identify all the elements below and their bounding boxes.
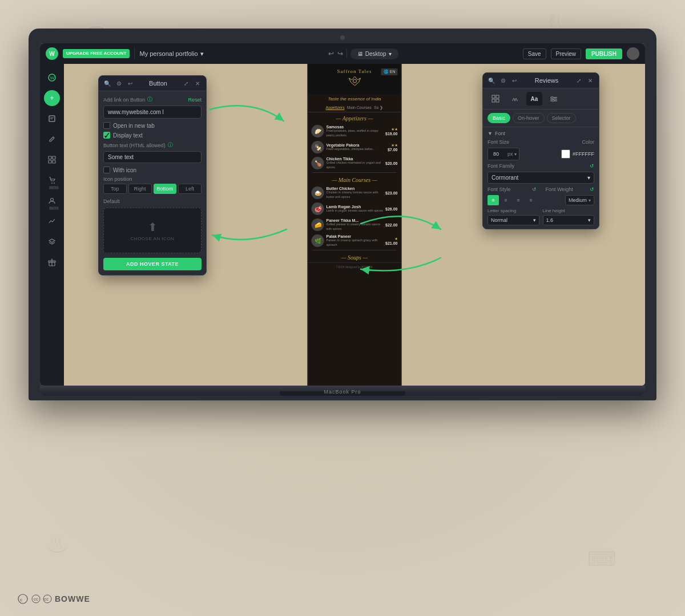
bottom-brand: c cc cc BOWWE [17, 593, 90, 605]
preview-nav[interactable]: Appetizers Main Courses So ❯ [308, 104, 401, 112]
sidebar-edit-icon[interactable] [44, 131, 60, 147]
button-text-info: ⓘ [168, 141, 173, 149]
weight-chevron: ▾ [589, 198, 591, 203]
preview-tagline: Taste the essence of India [308, 94, 401, 104]
chevron-down-icon: ▾ [200, 50, 204, 58]
with-icon-checkbox[interactable] [103, 167, 110, 173]
line-height-selector[interactable]: 1.6 ▾ [543, 215, 595, 225]
letter-spacing-label: Letter spacing [487, 208, 539, 213]
position-top[interactable]: Top [103, 184, 127, 194]
type-selector-button[interactable]: Selector [547, 113, 576, 123]
icon-upload-area[interactable]: ⬆ CHOOSE AN ICON [103, 208, 202, 253]
align-left[interactable]: ≡ [487, 195, 499, 205]
svg-rect-3 [50, 117, 54, 118]
section-divider-1 [313, 172, 397, 173]
weight-reset[interactable]: ↺ [590, 187, 594, 192]
upgrade-button[interactable]: UPGRADE FREE ACCOUNT [63, 49, 130, 58]
link-label: Add link on Button ⓘ Reset [103, 96, 202, 103]
reset-button[interactable]: Reset [188, 97, 202, 103]
panel-settings-icon[interactable]: ⚙ [115, 79, 123, 87]
preview-logo-icon [313, 75, 397, 88]
type-basic-button[interactable]: Basic [487, 113, 510, 123]
font-family-reset[interactable]: ↺ [590, 163, 594, 169]
reviews-maximize-icon[interactable]: ⤢ [575, 76, 583, 84]
save-button[interactable]: Save [523, 48, 546, 59]
topbar-right: Save Preview PUBLISH [523, 47, 639, 60]
site-name[interactable]: My personal portfolio ▾ [139, 50, 203, 58]
sidebar-pages-icon[interactable] [44, 111, 60, 127]
reviews-tab-settings[interactable] [546, 92, 562, 106]
reviews-tab-layout[interactable] [487, 92, 503, 106]
panel-maximize-icon[interactable]: ⤢ [182, 79, 190, 87]
publish-button[interactable]: PUBLISH [586, 48, 622, 59]
sidebar-gift-icon[interactable] [44, 254, 60, 270]
color-preview[interactable] [561, 149, 570, 159]
position-bottom[interactable]: Bottom [154, 184, 177, 194]
topbar-sep [346, 49, 347, 58]
tikka-info: Chicken Tikka Grilled chicken marinated … [327, 157, 384, 169]
reviews-back-icon[interactable]: ↩ [510, 76, 518, 84]
svg-text:cc: cc [34, 597, 38, 602]
nav-item-appetizers[interactable]: Appetizers [326, 106, 345, 110]
letter-spacing-selector[interactable]: Normal ▾ [487, 215, 539, 225]
panel-title: Button [138, 80, 179, 87]
font-family-selector[interactable]: Cormorant ▾ [487, 172, 594, 184]
line-height-col: Line height 1.6 ▾ [543, 208, 595, 225]
redo-button[interactable]: ↪ [337, 50, 343, 58]
reviews-tab-text[interactable]: Aa [526, 92, 542, 106]
color-hex-value: #FFFFFF [573, 151, 594, 157]
panel-search-icon[interactable]: 🔍 [103, 79, 111, 87]
topbar-center: ↩ ↪ 🖥 Desktop ▾ [208, 48, 518, 59]
user-avatar[interactable] [627, 47, 639, 60]
preview-button[interactable]: Preview [551, 48, 582, 59]
open-new-tab-label: Open in new tab [113, 123, 155, 129]
reviews-close-icon[interactable]: ✕ [586, 76, 594, 84]
panel-back-icon[interactable]: ↩ [126, 79, 134, 87]
reviews-search-icon[interactable]: 🔍 [487, 76, 495, 84]
type-on-hover-button[interactable]: On-hover [513, 113, 545, 123]
icon-position-group: Top Right Bottom Left [103, 184, 202, 194]
svg-rect-5 [49, 156, 51, 159]
display-text-checkbox[interactable]: ✓ [103, 132, 110, 139]
panel-body: Add link on Button ⓘ Reset Open in new t… [99, 91, 206, 275]
add-element-button[interactable]: + [44, 90, 60, 106]
nav-item-main-courses[interactable]: Main Courses [347, 106, 372, 110]
align-right[interactable]: ≡ [513, 195, 524, 205]
position-right[interactable]: Right [128, 184, 152, 194]
sidebar: W + BETA [40, 64, 64, 386]
device-selector[interactable]: 🖥 Desktop ▾ [350, 48, 398, 59]
align-center[interactable]: ≡ [500, 195, 511, 205]
weight-selector[interactable]: Medium ▾ [565, 195, 594, 205]
sidebar-layers-icon[interactable] [44, 234, 60, 250]
collapse-icon[interactable]: ▼ [487, 131, 493, 136]
laptop-wrapper: W UPGRADE FREE ACCOUNT My personal portf… [29, 29, 656, 400]
reviews-tab-style[interactable] [507, 92, 523, 106]
reviews-type-buttons: Basic On-hover Selector [483, 110, 599, 127]
style-reset[interactable]: ↺ [532, 187, 537, 192]
undo-button[interactable]: ↩ [328, 50, 334, 58]
color-control[interactable]: #FFFFFF [561, 149, 594, 159]
align-justify[interactable]: ≡ [525, 195, 537, 205]
button-text-label: Button text (HTML allowed) ⓘ [103, 141, 202, 149]
sidebar-cart-icon[interactable]: BETA [44, 172, 60, 188]
sidebar-components-icon[interactable] [44, 152, 60, 168]
svg-point-10 [54, 183, 55, 184]
open-new-tab-checkbox[interactable] [103, 122, 110, 129]
px-chevron[interactable]: ▾ [514, 152, 517, 157]
preview-footer: ©2024 designed by BOWWE [308, 262, 401, 271]
bowwe-brand-text: BOWWE [55, 594, 90, 603]
button-text-input[interactable] [103, 151, 202, 163]
font-style-label: Font Style [487, 187, 529, 192]
link-input[interactable] [103, 106, 202, 119]
sidebar-analytics-icon[interactable] [44, 213, 60, 229]
font-size-control[interactable]: px ▾ [487, 148, 519, 160]
add-hover-button[interactable]: ADD HOVER STATE [103, 258, 202, 270]
panel-close-icon[interactable]: ✕ [194, 79, 202, 87]
reviews-settings-icon[interactable]: ⚙ [499, 76, 507, 84]
topbar-divider [134, 48, 135, 59]
position-left[interactable]: Left [178, 184, 202, 194]
font-size-input[interactable] [490, 149, 506, 159]
nav-item-more[interactable]: So ❯ [374, 106, 384, 110]
sidebar-crm-icon[interactable]: BETA [44, 193, 60, 209]
bowwe-copyright-icon: c [17, 593, 29, 605]
